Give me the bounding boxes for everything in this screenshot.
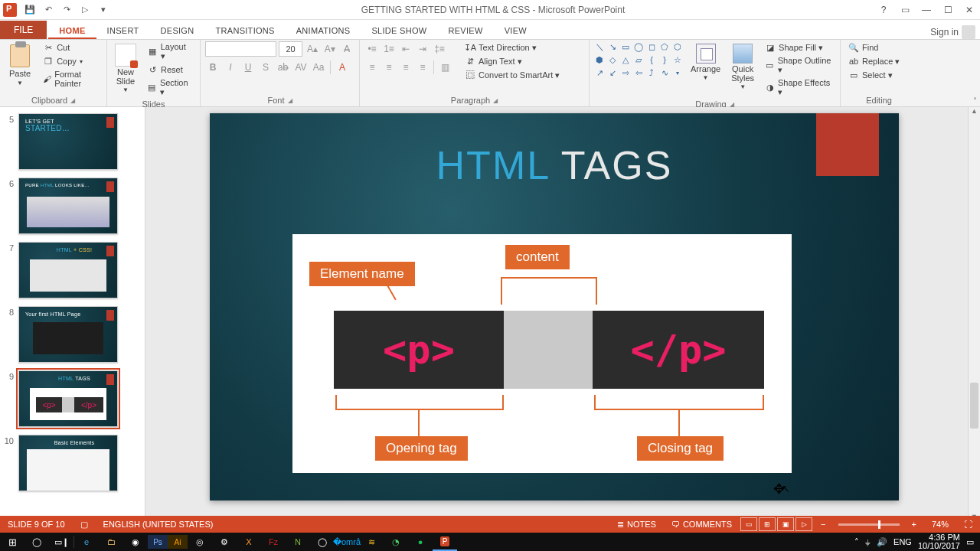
paragraph-dialog-launcher[interactable]: ◢ — [493, 97, 498, 104]
char-spacing-button[interactable]: AV — [293, 60, 309, 75]
taskbar-obs[interactable]: ◯ — [310, 533, 335, 551]
search-button[interactable]: ◯ — [24, 533, 49, 551]
tray-notifications[interactable]: ▭ — [966, 537, 974, 547]
increase-indent[interactable]: ⇥ — [415, 41, 430, 57]
status-notes[interactable]: ≣ NOTES — [609, 516, 664, 533]
taskbar-powerpoint[interactable]: P — [433, 533, 457, 551]
bold-button[interactable]: B — [205, 60, 220, 75]
shadow-button[interactable]: S — [258, 60, 273, 75]
strikethrough-button[interactable]: ab̶ — [276, 60, 291, 75]
qat-customize[interactable]: ▾ — [95, 2, 112, 18]
ribbon-display-options[interactable]: ▭ — [894, 2, 916, 18]
convert-smartart-button[interactable]: ⿴Convert to SmartArt ▾ — [462, 69, 563, 81]
shape-fill-button[interactable]: ◪Shape Fill ▾ — [762, 41, 835, 54]
replace-button[interactable]: abReplace ▾ — [845, 55, 913, 67]
help-button[interactable]: ? — [873, 2, 894, 18]
window-maximize[interactable]: ☐ — [937, 2, 959, 18]
qat-redo[interactable]: ↷ — [58, 2, 75, 18]
arrange-button[interactable]: Arrange▼ — [688, 41, 724, 98]
clipboard-dialog-launcher[interactable]: ◢ — [70, 97, 75, 104]
reset-button[interactable]: ↺Reset — [144, 64, 195, 76]
scroll-up[interactable]: ▲ — [969, 107, 980, 118]
zoom-in[interactable]: + — [904, 516, 924, 533]
tab-slideshow[interactable]: SLIDE SHOW — [361, 22, 437, 39]
thumb-slide-10[interactable]: Basic Elements — [18, 435, 118, 491]
tray-network-icon[interactable]: ⏚ — [865, 537, 871, 546]
font-color-button[interactable]: A — [335, 60, 350, 75]
thumb-slide-9[interactable]: HTML TAGS <p> </p> — [18, 370, 118, 427]
task-view-button[interactable]: ▭❙ — [49, 533, 74, 551]
zoom-out[interactable]: − — [813, 516, 833, 533]
view-normal[interactable]: ▭ — [740, 517, 757, 531]
tab-insert[interactable]: INSERT — [96, 22, 150, 39]
format-painter-button[interactable]: 🖌Format Painter — [40, 69, 102, 89]
shape-outline-button[interactable]: ▭Shape Outline ▾ — [762, 55, 835, 76]
paste-button[interactable]: Paste▼ — [5, 41, 35, 94]
view-reading[interactable]: ▣ — [777, 517, 794, 531]
justify[interactable]: ≡ — [415, 60, 430, 75]
thumb-slide-6[interactable]: PURE HTML LOOKS LIKE… — [18, 178, 118, 234]
tab-home[interactable]: HOME — [48, 22, 96, 39]
align-left[interactable]: ≡ — [364, 60, 380, 75]
status-spellcheck[interactable]: ▢ — [73, 516, 96, 533]
columns-button[interactable]: ▥ — [437, 60, 452, 75]
increase-font-size[interactable]: A▴ — [305, 41, 320, 57]
taskbar-steam[interactable]: ◎ — [188, 533, 212, 551]
status-language[interactable]: ENGLISH (UNITED STATES) — [96, 516, 221, 533]
taskbar-explorer[interactable]: 🗀 — [99, 533, 123, 551]
align-text-button[interactable]: ⇵Align Text ▾ — [462, 55, 563, 67]
current-slide[interactable]: HTML TAGS Element name content Opening t… — [210, 113, 899, 500]
font-size-combo[interactable]: 20 — [279, 41, 302, 57]
tab-animations[interactable]: ANIMATIONS — [286, 22, 361, 39]
thumb-slide-7[interactable]: HTML + CSS! — [18, 242, 118, 298]
tray-clock[interactable]: 4:36 PM10/10/2017 — [918, 533, 960, 550]
taskbar-sublime[interactable]: ≋ — [359, 533, 384, 551]
tab-transitions[interactable]: TRANSITIONS — [204, 22, 285, 39]
taskbar-line[interactable]: ◔ — [384, 533, 408, 551]
qat-save[interactable]: 💾 — [21, 2, 38, 18]
shapes-gallery[interactable]: ＼↘▭◯◻⬠⬡ ⬢◇△▱{}☆ ↗↙⇨⇦⤴∿▾ — [594, 41, 683, 98]
scroll-thumb[interactable] — [970, 383, 978, 429]
zoom-slider[interactable] — [838, 523, 900, 526]
taskbar-edge[interactable]: e — [74, 533, 99, 551]
tab-file[interactable]: FILE — [0, 21, 47, 39]
status-slide-counter[interactable]: SLIDE 9 OF 10 — [0, 516, 73, 533]
qat-undo[interactable]: ↶ — [40, 2, 57, 18]
italic-button[interactable]: I — [223, 60, 238, 75]
taskbar-vscode[interactable]: �områ — [335, 533, 359, 551]
diagram[interactable]: Element name content Opening tag Closing… — [292, 234, 792, 473]
align-right[interactable]: ≡ — [398, 60, 413, 75]
taskbar-filezilla[interactable]: Fz — [261, 533, 286, 551]
tray-show-hidden[interactable]: ˄ — [854, 537, 859, 547]
find-button[interactable]: 🔍Find — [845, 41, 913, 54]
shape-effects-button[interactable]: ◑Shape Effects ▾ — [762, 77, 835, 98]
view-slideshow[interactable]: ▷ — [795, 517, 812, 531]
quick-styles-button[interactable]: Quick Styles▼ — [728, 41, 757, 98]
thumb-slide-8[interactable]: Your first HTML Page — [18, 306, 118, 363]
clear-formatting[interactable]: A̶ — [339, 41, 354, 57]
slide-editor[interactable]: HTML TAGS Element name content Opening t… — [145, 107, 980, 523]
tab-review[interactable]: REVIEW — [437, 22, 493, 39]
decrease-indent[interactable]: ⇤ — [398, 41, 413, 57]
fit-to-window[interactable]: ⛶ — [956, 516, 980, 533]
font-family-combo[interactable] — [205, 41, 276, 57]
layout-button[interactable]: ▦Layout ▾ — [144, 41, 195, 62]
tab-design[interactable]: DESIGN — [150, 22, 205, 39]
change-case-button[interactable]: Aa — [311, 60, 326, 75]
taskbar-xampp[interactable]: X — [237, 533, 261, 551]
taskbar-settings[interactable]: ⚙ — [212, 533, 237, 551]
select-button[interactable]: ▭Select ▾ — [845, 69, 913, 81]
window-minimize[interactable]: — — [916, 2, 937, 18]
view-sorter[interactable]: ⊞ — [759, 517, 776, 531]
sign-in[interactable]: Sign in — [930, 25, 975, 39]
section-button[interactable]: ▤Section ▾ — [144, 77, 195, 98]
taskbar-spotify[interactable]: ● — [408, 533, 433, 551]
taskbar-chrome[interactable]: ◉ — [123, 533, 148, 551]
decrease-font-size[interactable]: A▾ — [322, 41, 338, 57]
zoom-percent[interactable]: 74% — [924, 516, 956, 533]
line-spacing-button[interactable]: ‡≡ — [432, 41, 447, 57]
align-center[interactable]: ≡ — [381, 60, 397, 75]
collapse-ribbon[interactable]: ˄ — [973, 96, 977, 105]
tray-volume-icon[interactable]: 🔊 — [877, 537, 887, 547]
taskbar-photoshop[interactable]: Ps — [148, 535, 168, 549]
